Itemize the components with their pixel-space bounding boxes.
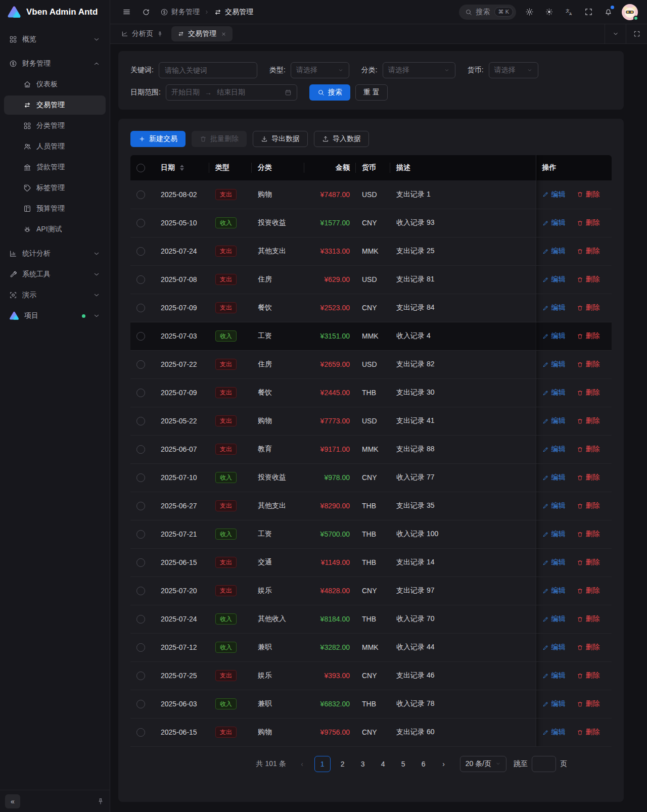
reset-button[interactable]: 重 置 [355,84,388,101]
delete-button[interactable]: 删除 [577,671,600,680]
delete-button[interactable]: 删除 [577,473,600,482]
edit-button[interactable]: 编辑 [542,614,566,624]
delete-button[interactable]: 删除 [577,275,600,284]
edit-button[interactable]: 编辑 [542,643,566,652]
column-header-date[interactable]: 日期 [155,155,209,180]
row-checkbox[interactable] [136,219,145,227]
delete-button[interactable]: 删除 [577,331,600,341]
sidebar-item-transactions[interactable]: 交易管理 [4,95,106,115]
sidebar-item-system-tools[interactable]: 系统工具 [4,265,106,284]
sidebar-item-personnel[interactable]: 人员管理 [4,137,106,156]
row-checkbox[interactable] [136,360,145,369]
pagination-next-button[interactable]: › [436,756,452,772]
edit-button[interactable]: 编辑 [542,558,566,567]
row-checkbox[interactable] [136,558,145,567]
delete-button[interactable]: 删除 [577,445,600,454]
delete-button[interactable]: 删除 [577,643,600,652]
delete-button[interactable]: 删除 [577,530,600,539]
sidebar-item-budget[interactable]: 预算管理 [4,199,106,218]
pagination-page-button[interactable]: 3 [355,756,371,772]
breadcrumb-finance[interactable]: 财务管理 [160,8,200,17]
table-row[interactable]: 2025-07-12 收入 兼职 ¥3282.00 MMK 收入记录 44 编辑… [130,633,612,661]
settings-button[interactable] [523,6,536,18]
table-row[interactable]: 2025-07-08 支出 住房 ¥629.00 USD 支出记录 81 编辑 … [130,265,612,294]
row-checkbox[interactable] [136,304,145,312]
delete-button[interactable]: 删除 [577,190,600,199]
table-row[interactable]: 2025-07-24 支出 其他支出 ¥3313.00 MMK 支出记录 25 … [130,237,612,265]
table-row[interactable]: 2025-06-03 收入 兼职 ¥6832.00 THB 收入记录 78 编辑… [130,690,612,718]
content-maximize-button[interactable] [626,24,647,43]
row-checkbox[interactable] [136,190,145,199]
row-checkbox[interactable] [136,728,145,737]
tab-transactions[interactable]: 交易管理 [171,26,233,41]
table-row[interactable]: 2025-07-10 收入 投资收益 ¥978.00 CNY 收入记录 77 编… [130,463,612,492]
table-row[interactable]: 2025-07-09 支出 餐饮 ¥2523.00 CNY 支出记录 84 编辑… [130,294,612,322]
keyword-input[interactable] [159,62,257,78]
sidebar-item-finance[interactable]: 财务管理 [4,54,106,73]
new-transaction-button[interactable]: 新建交易 [130,131,186,147]
page-size-select[interactable]: 20 条/页 [460,756,506,772]
edit-button[interactable]: 编辑 [542,586,566,595]
export-data-button[interactable]: 导出数据 [253,131,308,147]
delete-button[interactable]: 删除 [577,303,600,312]
row-checkbox[interactable] [136,247,145,256]
pagination-prev-button[interactable]: ‹ [294,756,310,772]
edit-button[interactable]: 编辑 [542,728,566,737]
edit-button[interactable]: 编辑 [542,530,566,539]
sidebar-item-categories[interactable]: 分类管理 [4,116,106,135]
edit-button[interactable]: 编辑 [542,331,566,341]
row-checkbox[interactable] [136,502,145,510]
row-checkbox[interactable] [136,672,145,680]
import-data-button[interactable]: 导入数据 [314,131,369,147]
tab-close-button[interactable] [221,31,226,37]
sidebar-item-loans[interactable]: 贷款管理 [4,158,106,177]
table-row[interactable]: 2025-07-21 收入 工资 ¥5700.00 THB 收入记录 100 编… [130,520,612,548]
row-checkbox[interactable] [136,587,145,595]
edit-button[interactable]: 编辑 [542,501,566,510]
breadcrumb-transactions[interactable]: 交易管理 [214,8,253,17]
row-checkbox[interactable] [136,389,145,397]
row-checkbox[interactable] [136,445,145,454]
refresh-button[interactable] [140,6,152,18]
pagination-page-button[interactable]: 1 [314,756,331,772]
type-select[interactable]: 请选择 [291,62,349,78]
pagination-page-button[interactable]: 5 [395,756,411,772]
fullscreen-button[interactable] [582,6,595,18]
table-row[interactable]: 2025-07-22 支出 住房 ¥2659.00 USD 支出记录 82 编辑… [130,350,612,378]
sidebar-item-project[interactable]: 项目 [4,306,106,325]
sidebar-item-dashboard[interactable]: 仪表板 [4,75,106,94]
table-row[interactable]: 2025-06-27 支出 其他支出 ¥8290.00 THB 支出记录 35 … [130,492,612,520]
table-row[interactable]: 2025-06-15 支出 交通 ¥1149.00 THB 支出记录 14 编辑… [130,548,612,577]
delete-button[interactable]: 删除 [577,218,600,227]
table-row[interactable]: 2025-07-03 收入 工资 ¥3151.00 MMK 收入记录 4 编辑 … [130,322,612,350]
row-checkbox[interactable] [136,643,145,652]
table-row[interactable]: 2025-08-02 支出 购物 ¥7487.00 USD 支出记录 1 编辑 … [130,180,612,209]
row-checkbox[interactable] [136,473,145,482]
edit-button[interactable]: 编辑 [542,303,566,312]
delete-button[interactable]: 删除 [577,558,600,567]
delete-button[interactable]: 删除 [577,728,600,737]
pagination-page-button[interactable]: 6 [415,756,432,772]
delete-button[interactable]: 删除 [577,501,600,510]
edit-button[interactable]: 编辑 [542,275,566,284]
date-range-picker[interactable]: 开始日期 → 结束日期 [166,84,297,101]
sidebar-collapse-button[interactable]: « [5,794,20,808]
category-select[interactable]: 请选择 [383,62,455,78]
delete-button[interactable]: 删除 [577,586,600,595]
table-row[interactable]: 2025-07-24 收入 其他收入 ¥8184.00 THB 收入记录 70 … [130,605,612,633]
menu-toggle-button[interactable] [120,6,133,18]
delete-button[interactable]: 删除 [577,416,600,425]
row-checkbox[interactable] [136,700,145,708]
delete-button[interactable]: 删除 [577,247,600,256]
edit-button[interactable]: 编辑 [542,388,566,397]
table-row[interactable]: 2025-07-09 支出 餐饮 ¥2445.00 THB 支出记录 30 编辑… [130,378,612,407]
table-row[interactable]: 2025-07-25 支出 娱乐 ¥393.00 CNY 支出记录 46 编辑 … [130,661,612,690]
delete-button[interactable]: 删除 [577,614,600,624]
row-checkbox[interactable] [136,615,145,624]
sidebar-item-statistics[interactable]: 统计分析 [4,244,106,263]
table-row[interactable]: 2025-06-07 支出 教育 ¥9171.00 MMK 支出记录 88 编辑… [130,435,612,463]
tab-analysis[interactable]: 分析页 [115,26,169,41]
sidebar-item-demo[interactable]: 演示 [4,285,106,305]
edit-button[interactable]: 编辑 [542,473,566,482]
sort-control[interactable] [180,165,184,171]
